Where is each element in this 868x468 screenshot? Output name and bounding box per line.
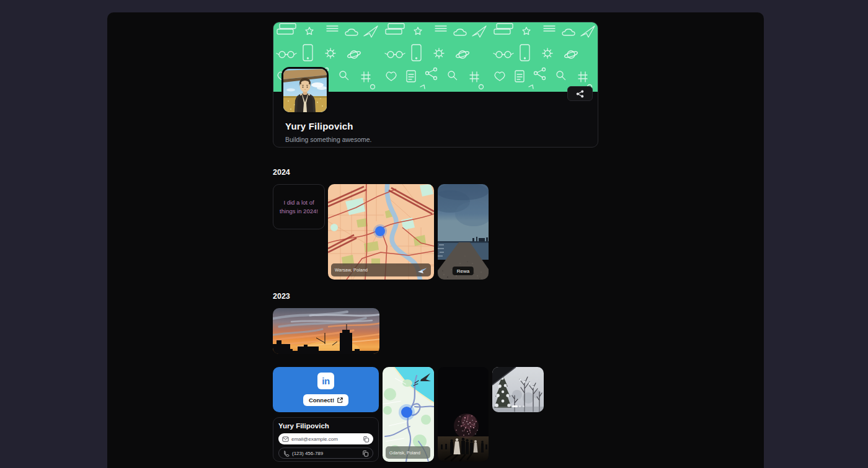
external-link-icon (337, 397, 343, 403)
map-label: Warsaw, Poland (335, 268, 418, 272)
photo-tile-fireworks[interactable] (438, 367, 489, 462)
photo-tile-rewa[interactable]: Rewa (438, 184, 489, 280)
linkedin-logo: in (317, 373, 334, 389)
carousel-indicator[interactable] (512, 405, 525, 407)
section-heading-2023: 2023 (273, 292, 290, 301)
copy-icon (362, 450, 369, 457)
connect-button[interactable]: Connect! (303, 394, 348, 406)
map-label-badge: Gdańsk, Poland (386, 446, 430, 459)
share-icon (576, 90, 584, 98)
map-tile-warsaw[interactable]: Warsaw, Poland (328, 184, 434, 280)
map-tile-gdansk[interactable]: Gdańsk, Poland (383, 367, 434, 462)
sunset-photo-graphic (273, 308, 379, 354)
photo-tile-snow[interactable] (492, 367, 544, 412)
section-heading-2024: 2024 (273, 168, 290, 177)
copy-email-button[interactable] (363, 436, 370, 443)
share-button[interactable] (567, 86, 593, 101)
copy-icon (363, 436, 370, 443)
note-text: I did a lot of things in 2024! (280, 198, 318, 216)
linkedin-card[interactable]: in Connect! (273, 367, 379, 412)
carousel-dot[interactable] (523, 405, 525, 407)
profile-header-card: Yury Filipovich Building something aweso… (273, 22, 598, 148)
map-label-bar: Warsaw, Poland (331, 263, 431, 276)
phone-field: (123) 456-789 (278, 448, 373, 459)
photo-tile-sunset[interactable] (273, 308, 379, 354)
fireworks-photo-graphic (438, 367, 489, 462)
phone-value: (123) 456-789 (292, 451, 360, 456)
contact-card: Yury Filipovich email@example.com (273, 417, 379, 462)
airplane-icon (418, 266, 427, 274)
photo-label-badge: Rewa (453, 267, 474, 275)
carousel-dot-active[interactable] (512, 405, 518, 407)
rewa-photo-graphic (438, 184, 489, 280)
profile-tagline: Building something awesome. (285, 136, 372, 143)
contact-name: Yury Filipovich (278, 422, 373, 430)
mail-icon (282, 436, 289, 443)
copy-phone-button[interactable] (362, 450, 369, 457)
connect-label: Connect! (309, 397, 334, 404)
email-value: email@example.com (291, 436, 360, 442)
location-dot (375, 226, 385, 236)
location-dot (401, 407, 412, 418)
phone-icon (283, 450, 290, 457)
carousel-dot[interactable] (519, 405, 521, 407)
profile-name: Yury Filipovich (285, 121, 353, 131)
page: Yury Filipovich Building something aweso… (0, 0, 868, 468)
note-card-2024: I did a lot of things in 2024! (273, 184, 325, 229)
email-field: email@example.com (278, 433, 373, 444)
avatar (281, 67, 329, 114)
